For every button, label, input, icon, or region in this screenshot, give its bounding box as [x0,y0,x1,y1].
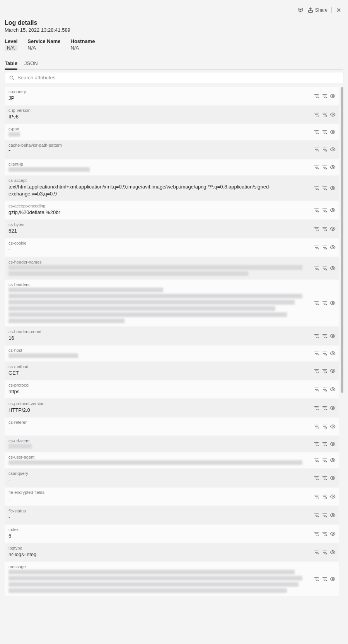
attribute-key: cs-protocol [9,383,335,387]
filter-in-button[interactable] [314,226,319,232]
show-surrounding-button[interactable] [330,405,336,411]
attribute-key: cs-referer [9,420,335,425]
filter-in-button[interactable] [314,386,319,392]
attribute-value: gzip,%20deflate,%20br [9,209,335,216]
show-surrounding-button[interactable] [330,164,336,170]
filter-in-button[interactable] [314,405,319,411]
filter-in-button[interactable] [314,457,319,463]
attribute-row: cs-accepttext/html,application/xhtml+xml… [5,176,339,200]
filter-out-button[interactable] [322,405,328,411]
filter-in-button[interactable] [314,531,319,537]
filter-in-button[interactable] [314,207,319,213]
show-surrounding-button[interactable] [330,550,336,555]
filter-out-button[interactable] [322,576,328,582]
filter-out-button[interactable] [322,512,328,518]
show-surrounding-button[interactable] [330,112,336,118]
show-surrounding-button[interactable] [330,333,336,339]
filter-out-button[interactable] [322,424,328,430]
filter-in-button[interactable] [314,512,319,518]
filter-in-button[interactable] [314,164,319,170]
filter-in-button[interactable] [314,245,319,250]
meta-row: Level N/A Service Name N/A Hostname N/A [5,38,343,51]
filter-in-button[interactable] [314,265,319,271]
filter-in-button[interactable] [314,475,319,481]
filter-out-button[interactable] [322,368,328,373]
filter-out-button[interactable] [322,147,328,152]
filter-remove-icon [322,457,328,463]
show-surrounding-button[interactable] [330,368,336,373]
filter-out-button[interactable] [322,129,328,135]
filter-in-button[interactable] [314,185,319,191]
show-surrounding-button[interactable] [330,386,336,392]
show-surrounding-button[interactable] [330,129,336,135]
show-surrounding-button[interactable] [330,475,336,481]
show-surrounding-button[interactable] [330,576,336,582]
filter-out-button[interactable] [322,300,328,306]
filter-in-button[interactable] [314,93,319,99]
attribute-key: cs-bytes [9,222,335,227]
show-surrounding-button[interactable] [330,512,336,518]
filter-in-button[interactable] [314,441,319,447]
filter-out-button[interactable] [322,226,328,232]
filter-in-button[interactable] [314,300,319,306]
filter-out-button[interactable] [322,112,328,118]
show-surrounding-button[interactable] [330,265,336,271]
filter-out-button[interactable] [322,185,328,191]
filter-in-button[interactable] [314,350,319,356]
show-surrounding-button[interactable] [330,457,336,463]
filter-out-button[interactable] [322,475,328,481]
filter-add-icon [314,265,319,271]
filter-out-button[interactable] [322,550,328,555]
filter-in-button[interactable] [314,493,319,499]
tab-table[interactable]: Table [5,58,17,69]
show-surrounding-button[interactable] [330,350,336,356]
show-surrounding-button[interactable] [330,185,336,191]
show-surrounding-button[interactable] [330,147,336,152]
filter-remove-icon [322,147,328,152]
filter-in-button[interactable] [314,424,319,430]
filter-in-button[interactable] [314,147,319,152]
show-surrounding-button[interactable] [330,93,336,99]
close-icon [336,7,342,13]
scrollbar-thumb[interactable] [341,87,343,393]
share-button[interactable]: Share [307,7,328,13]
search-input[interactable] [17,75,339,80]
filter-remove-icon [322,265,328,271]
filter-in-button[interactable] [314,550,319,555]
filter-in-button[interactable] [314,333,319,339]
filter-out-button[interactable] [322,207,328,213]
show-surrounding-button[interactable] [330,531,336,537]
show-surrounding-button[interactable] [330,207,336,213]
filter-in-button[interactable] [314,112,319,118]
filter-out-button[interactable] [322,441,328,447]
show-surrounding-button[interactable] [330,493,336,499]
eye-icon [330,129,336,135]
attribute-value: 521 [9,228,335,235]
filter-in-button[interactable] [314,368,319,373]
attribute-value: HTTP/2.0 [9,407,335,414]
show-surrounding-button[interactable] [330,424,336,430]
show-surrounding-button[interactable] [330,441,336,447]
show-surrounding-button[interactable] [330,300,336,306]
scrollbar[interactable] [341,87,343,597]
filter-out-button[interactable] [322,245,328,250]
filter-out-button[interactable] [322,386,328,392]
query-icon-button[interactable] [297,7,304,13]
filter-out-button[interactable] [322,93,328,99]
filter-out-button[interactable] [322,493,328,499]
filter-out-button[interactable] [322,531,328,537]
filter-in-button[interactable] [314,576,319,582]
row-actions [314,512,336,518]
filter-out-button[interactable] [322,457,328,463]
filter-out-button[interactable] [322,164,328,170]
hostname-value: N/A [71,45,95,51]
filter-out-button[interactable] [322,333,328,339]
show-surrounding-button[interactable] [330,245,336,250]
filter-out-button[interactable] [322,350,328,356]
search-attributes-wrap[interactable] [5,72,343,83]
tab-json[interactable]: JSON [24,58,38,69]
filter-out-button[interactable] [322,265,328,271]
filter-in-button[interactable] [314,129,319,135]
show-surrounding-button[interactable] [330,226,336,232]
close-button[interactable] [336,7,342,13]
